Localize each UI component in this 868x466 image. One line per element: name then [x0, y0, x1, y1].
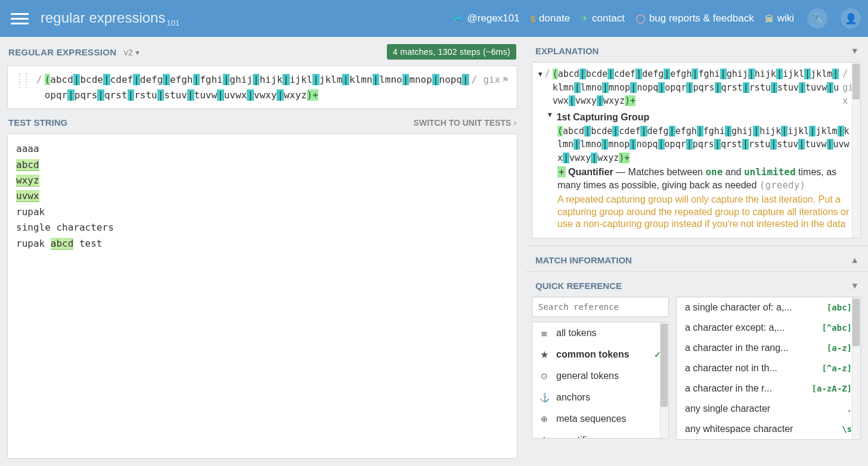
- reference-list: a single character of: a,...[abc]a chara…: [676, 297, 861, 440]
- reference-item[interactable]: a character not in th...[^a-z]: [677, 358, 860, 378]
- reference-item[interactable]: any single character.: [677, 399, 860, 419]
- category-icon: ≣: [540, 328, 549, 338]
- regex-title: REGULAR EXPRESSION: [8, 47, 116, 57]
- scrollbar[interactable]: [852, 297, 860, 439]
- category-list: ≣all tokens★common tokens✓⊙general token…: [532, 322, 669, 439]
- user-button[interactable]: 👤: [841, 8, 861, 29]
- wiki-icon: 🏛: [765, 14, 774, 24]
- reference-item[interactable]: a character in the rang...[a-z]: [677, 338, 860, 358]
- switch-unit-tests[interactable]: SWITCH TO UNIT TESTS: [414, 118, 516, 128]
- settings-button[interactable]: 🔧: [807, 8, 827, 29]
- logo[interactable]: regular expressions101: [41, 10, 179, 28]
- test-header: TEST STRING SWITCH TO UNIT TESTS: [0, 109, 525, 133]
- regex-pattern[interactable]: (abcd|bcde|cdef|defg|efgh|fghi|ghij|hijk…: [45, 72, 469, 102]
- category-icon: ⊙: [540, 371, 549, 381]
- header-links: 🐦@regex101 $donate ✈contact ◯bug reports…: [452, 8, 861, 29]
- test-string-input[interactable]: aaaa abcd wxyz uvwx rupak single charact…: [7, 133, 517, 459]
- explanation-body: ▼ / (abcd|bcde|cdef|defg|efgh|fghi|ghij|…: [532, 62, 861, 238]
- reference-item[interactable]: any whitespace character\s: [677, 419, 860, 439]
- category-item[interactable]: ≣all tokens: [532, 322, 668, 344]
- donate-link[interactable]: $donate: [531, 13, 570, 24]
- github-icon: ◯: [636, 13, 646, 24]
- category-icon: ✱: [540, 436, 549, 439]
- menu-icon[interactable]: [11, 10, 29, 27]
- wiki-link[interactable]: 🏛wiki: [765, 13, 794, 24]
- top-header: regular expressions101 🐦@regex101 $donat…: [0, 0, 868, 37]
- flag-icon[interactable]: ⚑: [503, 72, 509, 88]
- regex-flags[interactable]: gix: [483, 72, 500, 88]
- scrollbar[interactable]: [660, 322, 668, 438]
- test-title: TEST STRING: [8, 117, 67, 128]
- quantifier-explanation: + Quantifier — Matches between one and u…: [557, 166, 854, 192]
- dollar-icon: $: [531, 14, 535, 24]
- chevron-down-icon[interactable]: ▾: [852, 45, 857, 56]
- regex-input[interactable]: ⋮⋮⋮⋮ / (abcd|bcde|cdef|defg|efgh|fghi|gh…: [7, 66, 517, 109]
- chevron-up-icon[interactable]: ▴: [852, 254, 857, 265]
- version-selector[interactable]: v2 ▾: [124, 48, 140, 57]
- plane-icon: ✈: [581, 13, 588, 24]
- reference-item[interactable]: a single character of: a,...[abc]: [677, 297, 860, 318]
- twitter-link[interactable]: 🐦@regex101: [452, 13, 520, 24]
- category-item[interactable]: ✱quantifiers: [532, 430, 668, 439]
- category-item[interactable]: ⊙general tokens: [532, 365, 668, 387]
- twitter-icon: 🐦: [452, 13, 464, 24]
- chevron-down-icon: ▾: [135, 48, 140, 57]
- category-item[interactable]: ⚓anchors: [532, 387, 668, 408]
- category-item[interactable]: ⊕meta sequences: [532, 408, 668, 430]
- match-info-header[interactable]: MATCH INFORMATION ▴: [525, 246, 868, 271]
- category-icon: ★: [540, 350, 549, 359]
- contact-link[interactable]: ✈contact: [581, 13, 625, 24]
- match-count-badge: 4 matches, 1302 steps (~6ms): [387, 44, 516, 60]
- user-icon: 👤: [845, 13, 857, 25]
- drag-handle-icon[interactable]: ⋮⋮⋮⋮: [16, 72, 29, 89]
- category-icon: ⊕: [540, 414, 549, 424]
- category-icon: ⚓: [540, 393, 549, 402]
- quickref-header[interactable]: QUICK REFERENCE ▾: [525, 271, 868, 297]
- wrench-icon: 🔧: [811, 13, 824, 25]
- category-item[interactable]: ★common tokens✓: [532, 344, 668, 365]
- reference-item[interactable]: a character except: a,...[^abc]: [677, 318, 860, 338]
- regex-header: REGULAR EXPRESSION v2 ▾ 4 matches, 1302 …: [0, 37, 525, 66]
- expand-icon[interactable]: ▼: [538, 70, 542, 80]
- scrollbar[interactable]: [852, 63, 860, 238]
- expand-icon[interactable]: ▼: [548, 110, 552, 120]
- warning-text: A repeated capturing group will only cap…: [557, 194, 854, 231]
- group-label: 1st Capturing Group: [557, 110, 650, 125]
- bugs-link[interactable]: ◯bug reports & feedback: [636, 13, 754, 24]
- search-input[interactable]: [532, 297, 669, 317]
- reference-item[interactable]: a character in the r...[a-zA-Z]: [677, 378, 860, 399]
- explanation-header[interactable]: EXPLANATION ▾: [525, 37, 868, 62]
- chevron-down-icon[interactable]: ▾: [852, 280, 857, 291]
